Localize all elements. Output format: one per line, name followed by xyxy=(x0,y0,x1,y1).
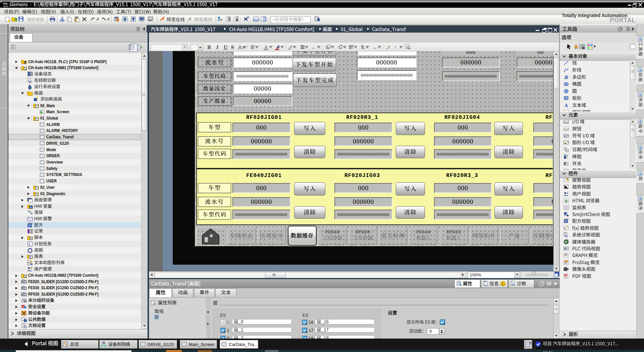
svg-text:i: i xyxy=(502,282,503,286)
svg-text:A: A xyxy=(639,93,642,97)
svg-text:PDF: PDF xyxy=(565,275,568,276)
svg-text:?: ? xyxy=(220,18,222,22)
svg-text:A: A xyxy=(639,119,642,123)
svg-text:V17: V17 xyxy=(3,5,8,7)
svg-text:A: A xyxy=(639,172,642,176)
svg-text:1.: 1. xyxy=(28,261,29,263)
svg-text:RT: RT xyxy=(149,19,152,22)
svg-text:!: ! xyxy=(567,178,568,180)
svg-text:2.: 2. xyxy=(28,263,29,265)
svg-text:10: 10 xyxy=(565,135,567,137)
svg-text:A: A xyxy=(639,68,642,72)
svg-text:5: 5 xyxy=(29,243,31,246)
svg-text:A: A xyxy=(565,103,568,108)
svg-text:1: 1 xyxy=(567,163,568,165)
svg-text:5: 5 xyxy=(567,150,568,152)
svg-text:A: A xyxy=(639,196,642,201)
svg-text:ab: ab xyxy=(30,206,32,208)
svg-text:0.12: 0.12 xyxy=(564,121,568,123)
svg-text:fx: fx xyxy=(564,226,566,229)
svg-text:0: 0 xyxy=(565,163,566,165)
svg-text:A: A xyxy=(639,37,642,41)
svg-text:A: A xyxy=(639,145,642,149)
